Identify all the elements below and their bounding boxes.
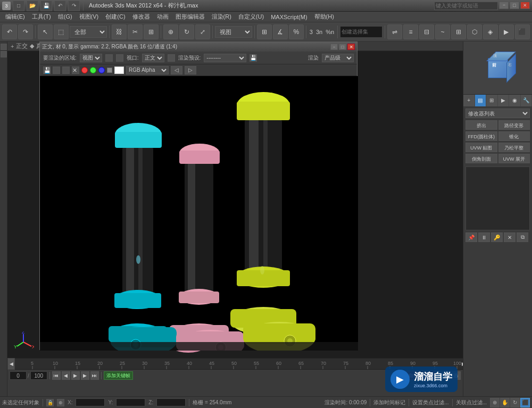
cmd-tab-utilities[interactable]: 🔧 [521,95,533,106]
first-frame-btn[interactable]: ⏮ [52,371,61,380]
render-win-maximize[interactable]: □ [339,44,346,50]
next-frame-btn[interactable]: ▶ [81,371,89,380]
render-result-btn[interactable]: ⬛ [515,24,530,39]
menu-help[interactable]: 帮助(H) [311,12,337,21]
nav-maximize-btn[interactable]: ⬛ [520,398,530,407]
z-coord-input[interactable] [156,398,186,406]
nav-pan-btn[interactable]: ✋ [500,398,510,407]
cmd-tab-display[interactable]: ◉ [509,95,521,106]
redo-icon-btn[interactable]: ↷ [18,24,33,39]
render-btn[interactable]: ▶ [499,24,514,39]
timeline-left-btn[interactable]: ◀ [7,358,15,370]
magnet-icon[interactable]: ⊕ [57,399,64,406]
btn-push[interactable]: 挤出 [466,120,497,130]
x-coord-input[interactable] [76,398,105,406]
open-btn[interactable]: 📂 [27,1,38,11]
btn-mirror[interactable]: 路径变形 [498,120,530,130]
render-win-close[interactable]: ✕ [347,44,355,50]
mod-delete-btn[interactable]: ✕ [504,232,516,242]
nav-zoom-btn[interactable]: ⊕ [490,398,500,407]
select-region-btn[interactable]: ⬚ [54,24,69,39]
rotate-btn[interactable]: ↻ [179,24,194,39]
snap-btn[interactable]: ⊞ [257,24,272,39]
cmd-tab-create[interactable]: + [463,95,475,106]
play-btn[interactable]: ▶ [71,371,80,380]
select-mode-dropdown[interactable]: 全部 [70,26,107,38]
left-strip-btn1[interactable] [1,44,7,50]
render-preset-save-btn[interactable]: 💾 [250,54,257,62]
left-strip-btn2[interactable] [1,51,7,57]
lock-icon[interactable]: 🔒 [46,399,54,406]
percent-snap-btn[interactable]: % [289,24,304,39]
channel-dropdown[interactable]: RGB Alpha [126,66,169,74]
mod-key-btn[interactable]: 🔑 [491,232,503,242]
modifier-list-dropdown[interactable]: 修改器列表 [466,109,530,118]
view-dropdown[interactable]: 视图 [215,26,252,38]
menu-create[interactable]: 创建(C) [102,12,128,21]
render-channel-btn2[interactable] [62,66,70,74]
channel-btn-left[interactable]: ◁ [171,66,182,74]
render-lock2-btn[interactable] [116,54,123,62]
prev-frame-btn[interactable]: ◀ [62,371,70,380]
add-key-btn[interactable]: 添加关键帧 [104,371,133,380]
mod-pause-btn[interactable]: ⏸ [478,232,490,242]
search-input[interactable] [434,2,498,10]
close-btn[interactable]: ✕ [520,2,530,9]
render-quality-dropdown[interactable]: 产品级 [322,54,354,62]
cmd-tab-hierarchy[interactable]: ⊞ [486,95,498,106]
menu-view[interactable]: 视图(V) [76,12,102,21]
select-icon-btn[interactable]: ↖ [38,24,53,39]
y-coord-input[interactable] [116,398,145,406]
menu-tools[interactable]: 工具(T) [29,12,54,21]
cmd-tab-modify[interactable]: ▤ [475,95,487,106]
link-btn[interactable]: ⛓ [112,24,127,39]
angle-snap-btn[interactable]: ∡ [273,24,288,39]
bind-btn[interactable]: ⊞ [144,24,159,39]
render-channel-btn3[interactable]: ✕ [72,66,79,74]
menu-group[interactable]: 组(G) [55,12,76,21]
menu-maxscript[interactable]: MAXScript(M) [268,13,310,21]
btn-chamfer[interactable]: 倒角剖面 [466,154,497,163]
btn-uvw[interactable]: UVW 贴图 [466,143,497,152]
maximize-btn[interactable]: □ [510,2,519,9]
layer-btn[interactable]: ⊟ [419,24,434,39]
new-btn[interactable]: □ [13,1,24,11]
btn-taper[interactable]: 锥化 [498,131,530,141]
channel-btn-right[interactable]: ▷ [185,66,196,74]
btn-ffd-box[interactable]: FFD(圆柱体) [466,131,497,141]
scale-btn[interactable]: ⤢ [195,24,210,39]
redo-btn[interactable]: ↷ [68,1,80,11]
mirror-btn[interactable]: ⇌ [387,24,402,39]
render-preset-dropdown[interactable]: -------- [204,54,246,62]
menu-edit[interactable]: 编辑(E) [2,12,28,21]
menu-graph-editor[interactable]: 图形编辑器 [172,12,208,21]
render-viewport-dropdown[interactable]: 正文 [142,54,164,62]
last-frame-btn[interactable]: ⏭ [90,371,99,380]
undo-btn[interactable]: ↶ [54,1,66,11]
menu-render[interactable]: 渲染(R) [209,12,235,21]
btn-uvw-expand[interactable]: UVW 展开 [498,154,530,163]
render-channel-btn1[interactable] [53,66,60,74]
curve-editor-btn[interactable]: ~ [435,24,450,39]
render-win-minimize[interactable]: － [330,44,338,50]
render-area-dropdown[interactable]: 视图 [80,54,102,62]
schematic-btn[interactable]: ⊞ [451,24,466,39]
named-selection-input[interactable] [340,26,383,38]
nav-orbit-btn[interactable]: ↻ [510,398,520,407]
minimize-btn[interactable]: － [499,2,509,9]
render-lock-btn[interactable] [105,54,113,62]
mod-copy-btn[interactable]: ⧉ [517,232,528,242]
material-editor-btn[interactable]: ⬡ [467,24,482,39]
nav-cube[interactable]: 前 顶 右 [480,51,515,85]
menu-modifier[interactable]: 修改器 [129,12,153,21]
mod-pin-btn[interactable]: 📌 [466,232,477,242]
move-btn[interactable]: ⊕ [163,24,178,39]
render-save-btn[interactable]: 💾 [43,66,51,74]
align-btn[interactable]: ≡ [403,24,418,39]
unlink-btn[interactable]: ✂ [128,24,143,39]
render-viewport-lock-btn[interactable] [168,54,175,62]
menu-animation[interactable]: 动画 [154,12,172,21]
render-setup-btn[interactable]: ◈ [483,24,498,39]
undo-icon-btn[interactable]: ↶ [2,24,17,39]
btn-relax[interactable]: 乃松平整 [498,143,530,152]
